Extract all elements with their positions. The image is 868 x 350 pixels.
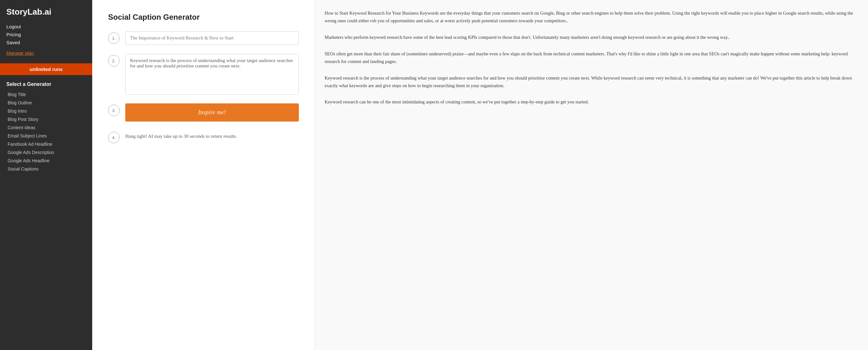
- pricing-link[interactable]: Pricing: [6, 31, 86, 38]
- step-2-textarea[interactable]: [125, 54, 299, 94]
- sidebar-item-blog-intro[interactable]: Blog Intro: [6, 107, 86, 115]
- result-paragraph: Marketers who perform keyword research h…: [324, 34, 859, 41]
- result-paragraph: Keyword research is the process of under…: [324, 75, 859, 90]
- inspire-button[interactable]: Inspire me!: [125, 104, 299, 121]
- step-2-circle: 2.: [108, 55, 120, 66]
- sidebar-nav-top: Logout Pricing Saved Manage plan: [0, 23, 92, 60]
- sidebar-item-facebook-ad-headline[interactable]: Facebook Ad Headline: [6, 140, 86, 148]
- sidebar-item-blog-post-story[interactable]: Blog Post Story: [6, 115, 86, 123]
- step-1-row: 1.: [108, 31, 299, 45]
- sidebar-item-blog-title[interactable]: Blog Title: [6, 90, 86, 99]
- main-content: Social Caption Generator 1. 2. 3. Inspir…: [92, 0, 315, 350]
- generator-items-container: Blog TitleBlog OutlineBlog IntroBlog Pos…: [6, 90, 86, 173]
- results-container: How to Start Keyword Research for Your B…: [324, 9, 859, 106]
- page-title: Social Caption Generator: [108, 13, 299, 22]
- generator-section: Select a Generator Blog TitleBlog Outlin…: [0, 78, 92, 176]
- sidebar-item-google-ads-headline[interactable]: Google Ads Headline: [6, 156, 86, 165]
- unlimited-banner: unlimited runs: [0, 63, 92, 75]
- step-3-row: 3. Inspire me!: [108, 104, 299, 121]
- right-panel: How to Start Keyword Research for Your B…: [315, 0, 868, 350]
- sidebar-item-social-captions[interactable]: Social Captions: [6, 165, 86, 173]
- saved-link[interactable]: Saved: [6, 38, 86, 47]
- step-1-input[interactable]: [125, 31, 299, 45]
- manage-plan-link[interactable]: Manage plan: [6, 49, 86, 57]
- hint-text: Hang tight! AI may take up to 30 seconds…: [125, 130, 299, 142]
- select-generator-title: Select a Generator: [6, 82, 86, 87]
- sidebar-item-email-subject-lines[interactable]: Email Subject Lines: [6, 132, 86, 140]
- result-paragraph: SEOs often get more than their fair shar…: [324, 50, 859, 65]
- step-1-circle: 1.: [108, 32, 120, 44]
- step-3-circle: 3.: [108, 105, 120, 116]
- app-logo: StoryLab.ai: [0, 0, 92, 23]
- step-4-circle: 4.: [108, 132, 120, 143]
- sidebar: StoryLab.ai Logout Pricing Saved Manage …: [0, 0, 92, 350]
- sidebar-item-content-ideas[interactable]: Content Ideas: [6, 123, 86, 132]
- sidebar-item-google-ads-description[interactable]: Google Ads Description: [6, 148, 86, 156]
- result-paragraph: How to Start Keyword Research for Your B…: [324, 9, 859, 25]
- logout-link[interactable]: Logout: [6, 23, 86, 31]
- result-paragraph: Keyword research can be one of the most …: [324, 98, 859, 106]
- step-4-row: 4. Hang tight! AI may take up to 30 seco…: [108, 130, 299, 143]
- sidebar-item-blog-outline[interactable]: Blog Outline: [6, 99, 86, 107]
- step-2-row: 2.: [108, 54, 299, 94]
